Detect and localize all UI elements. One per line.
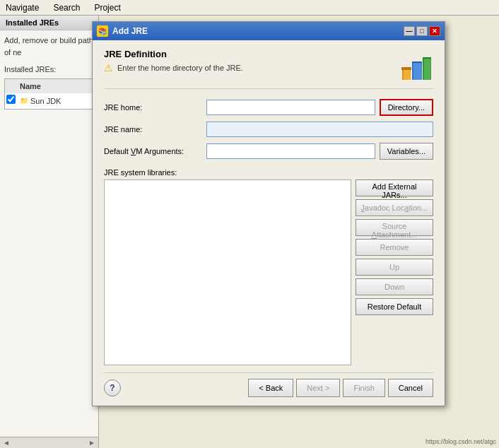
directory-button[interactable]: Directory... [380, 99, 433, 116]
next-button[interactable]: Next > [296, 379, 340, 397]
jre-label: 📁 Sun JDK [17, 93, 94, 109]
default-vm-args-input[interactable] [206, 143, 375, 159]
libs-buttons: Add External JARs... Javadoc Location...… [356, 179, 433, 365]
remove-button[interactable]: Remove [356, 239, 433, 256]
jre-name-label: JRE name: [104, 125, 206, 134]
col-name: Name [17, 78, 94, 93]
dialog-title-icon: 📚 [97, 25, 108, 37]
books-icon [399, 49, 433, 83]
svg-rect-6 [413, 63, 421, 80]
jre-list-item[interactable]: 📁 Sun JDK [5, 93, 94, 109]
variables-button[interactable]: Variables... [380, 143, 433, 160]
libs-content: Add External JARs... Javadoc Location...… [104, 179, 433, 365]
installed-jres-title: Installed JREs [0, 16, 98, 30]
left-panel-scrollbar[interactable]: ◄ ► [0, 437, 98, 448]
menu-bar: Navigate Search Project [0, 0, 499, 16]
add-jre-dialog: 📚 Add JRE — □ ✕ JRE Definition ⚠ Enter t… [92, 21, 445, 406]
minimize-button[interactable]: — [404, 26, 415, 36]
default-vm-args-label: Default VM Arguments: [104, 147, 206, 155]
dialog-title-label: Add JRE [112, 26, 148, 36]
menu-navigate[interactable]: Navigate [3, 1, 42, 14]
jre-definition-header: JRE Definition ⚠ Enter the home director… [104, 49, 433, 89]
nav-buttons: < Back Next > Finish Cancel [248, 379, 433, 397]
menu-project[interactable]: Project [91, 1, 123, 14]
warning-text: Enter the home directory of the JRE. [117, 64, 243, 72]
jre-name-row: JRE name: [104, 122, 433, 137]
jre-name-input[interactable] [206, 122, 433, 137]
dialog-overlay: 📚 Add JRE — □ ✕ JRE Definition ⚠ Enter t… [92, 21, 445, 424]
svg-rect-9 [423, 59, 430, 80]
up-button[interactable]: Up [356, 259, 433, 276]
jre-home-label: JRE home: [104, 103, 206, 112]
menu-search[interactable]: Search [50, 1, 83, 14]
add-external-jars-button[interactable]: Add External JARs... [356, 179, 433, 196]
back-button[interactable]: < Back [248, 379, 293, 397]
restore-default-button[interactable]: Restore Default [356, 298, 433, 315]
dialog-content: JRE Definition ⚠ Enter the home director… [93, 40, 445, 406]
dialog-title-controls: — □ ✕ [404, 26, 440, 36]
maximize-button[interactable]: □ [416, 26, 428, 36]
down-button[interactable]: Down [356, 278, 433, 295]
left-panel: Installed JREs Add, remove or build path… [0, 16, 99, 448]
finish-button[interactable]: Finish [343, 379, 384, 397]
dialog-bottom: ? < Back Next > Finish Cancel [104, 372, 433, 397]
jre-libs-section: JRE system libraries: Add External JARs.… [104, 168, 433, 365]
jre-icon: 📁 [20, 95, 28, 106]
dialog-titlebar: 📚 Add JRE — □ ✕ [93, 22, 445, 40]
cancel-button[interactable]: Cancel [388, 379, 433, 397]
libs-list[interactable] [104, 179, 351, 365]
watermark: https://blog.csdn.net/atgc [425, 438, 496, 445]
jre-home-row: JRE home: Directory... [104, 99, 433, 116]
close-button[interactable]: ✕ [429, 26, 440, 36]
javadoc-location-button[interactable]: Javadoc Location... [356, 199, 433, 216]
svg-rect-3 [401, 67, 411, 70]
warning-icon: ⚠ [104, 62, 113, 73]
default-vm-args-row: Default VM Arguments: Variables... [104, 143, 433, 160]
help-button[interactable]: ? [104, 379, 121, 396]
svg-rect-2 [403, 70, 410, 80]
jre-home-input[interactable] [206, 100, 375, 115]
source-attachment-button[interactable]: Source Attachment... [356, 219, 433, 236]
left-panel-description: Add, remove or build path of ne [4, 35, 94, 58]
jre-definition-title: JRE Definition [104, 49, 243, 59]
installed-jres-label: Installed JREs: [4, 64, 94, 76]
jre-checkbox[interactable] [6, 95, 16, 104]
jre-libs-label: JRE system libraries: [104, 168, 433, 177]
